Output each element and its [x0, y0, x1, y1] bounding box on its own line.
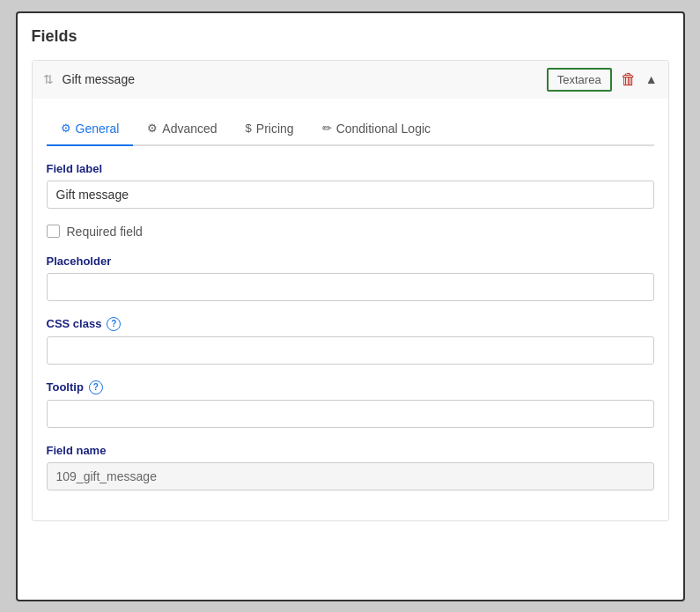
tab-conditional-logic-label: Conditional Logic [336, 122, 431, 136]
collapse-icon[interactable]: ▲ [645, 72, 658, 86]
placeholder-input[interactable] [47, 273, 654, 301]
tooltip-help-icon[interactable]: ? [89, 380, 103, 394]
field-label-section: Field label [47, 162, 654, 209]
delete-icon[interactable]: 🗑 [621, 70, 637, 89]
panel-title: Fields [32, 27, 669, 46]
field-label-input[interactable] [47, 181, 654, 209]
css-class-label-row: CSS class ? [47, 317, 654, 331]
conditional-logic-icon: ✏ [322, 122, 332, 135]
field-label-label: Field label [47, 162, 654, 175]
tab-pricing-label: Pricing [256, 122, 294, 136]
tab-conditional-logic[interactable]: ✏ Conditional Logic [308, 113, 445, 146]
advanced-icon: ⚙ [147, 122, 158, 135]
css-class-help-icon[interactable]: ? [107, 317, 121, 331]
field-header: ⇅ Gift message Textarea 🗑 ▲ [33, 61, 668, 99]
tab-advanced-label: Advanced [162, 122, 217, 136]
field-name-section: Field name [47, 444, 654, 490]
fields-content: ⚙ General ⚙ Advanced $ Pricing ✏ Conditi… [33, 99, 668, 520]
sort-icon[interactable]: ⇅ [43, 72, 54, 86]
fields-panel: Fields ⇅ Gift message Textarea 🗑 ▲ ⚙ Gen… [16, 11, 685, 601]
placeholder-label: Placeholder [47, 254, 654, 268]
tab-advanced[interactable]: ⚙ Advanced [133, 113, 231, 146]
tab-general-label: General [76, 122, 120, 136]
tabs: ⚙ General ⚙ Advanced $ Pricing ✏ Conditi… [47, 113, 654, 146]
textarea-badge: Textarea [547, 68, 612, 92]
tooltip-input[interactable] [47, 400, 654, 428]
css-class-section: CSS class ? [47, 317, 654, 365]
required-field-checkbox[interactable] [47, 225, 60, 238]
tab-pricing[interactable]: $ Pricing [232, 113, 308, 146]
field-row-wrapper: ⇅ Gift message Textarea 🗑 ▲ ⚙ General ⚙ … [32, 60, 669, 521]
pricing-icon: $ [246, 122, 252, 135]
tooltip-section: Tooltip ? [47, 380, 654, 428]
tooltip-label: Tooltip [47, 380, 84, 394]
css-class-input[interactable] [47, 336, 654, 365]
css-class-label: CSS class [47, 317, 102, 330]
placeholder-section: Placeholder [47, 254, 654, 301]
required-field-row: Required field [47, 225, 654, 239]
general-icon: ⚙ [61, 122, 71, 135]
tab-general[interactable]: ⚙ General [47, 113, 134, 146]
field-name-input [47, 462, 654, 490]
tooltip-label-row: Tooltip ? [47, 380, 654, 394]
field-name-label: Field name [47, 444, 654, 457]
required-field-label: Required field [67, 225, 143, 239]
field-row-label: Gift message [63, 72, 547, 86]
